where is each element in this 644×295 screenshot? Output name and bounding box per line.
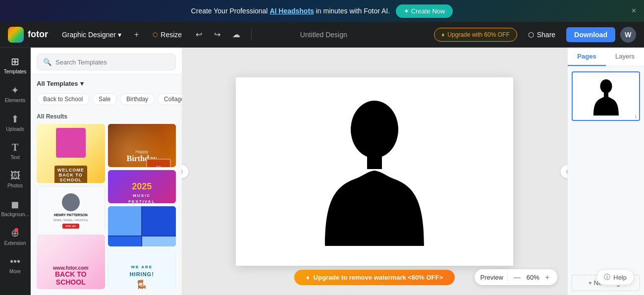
search-input[interactable] (55, 59, 169, 66)
top-banner: Create Your Professional AI Headshots in… (0, 0, 644, 22)
person-silhouette (320, 92, 429, 251)
avatar[interactable]: W (620, 27, 636, 43)
banner-create-button[interactable]: ✦ Create Now (396, 4, 453, 18)
undo-button[interactable]: ↩ (193, 27, 205, 42)
toolbar-divider (251, 29, 252, 41)
sidebar-label-uploads: Uploads (6, 126, 24, 132)
templates-grid: WELCOMEBACK TOSCHOOL ♡ HENRY PATTERSON W… (31, 122, 182, 295)
template-back-to-school-yellow[interactable]: WELCOMEBACK TOSCHOOL ♡ (37, 124, 105, 183)
sidebar-item-templates[interactable]: ⊞ Templates (2, 52, 29, 78)
tab-layers[interactable]: Layers (606, 48, 644, 66)
heart-button-3[interactable]: ♡ (91, 188, 103, 200)
tag-birthday[interactable]: Birthday (120, 93, 155, 105)
all-templates-dropdown[interactable]: All Templates ▾ (37, 80, 84, 87)
sidebar-item-extension[interactable]: ⊕ Extension (2, 223, 29, 250)
help-circle-icon: ⓘ (604, 273, 610, 282)
uploads-icon: ⬆ (11, 113, 19, 125)
template-linkedin[interactable]: HENRY PATTERSON WORK / TRAVEL / LIFESTYL… (37, 186, 105, 232)
cloud-save-button[interactable]: ☁ (229, 27, 243, 42)
designer-label: Graphic Designer (62, 31, 116, 39)
template-back-to-school-pink[interactable]: www.fotor.com BACK TOSCHOOL ♡ (37, 235, 105, 289)
design-title: Untitled Design (300, 31, 347, 39)
canvas-area: ‹ ♦ Upgrade to remove watermark <60% OFF… (182, 48, 567, 295)
templates-icon: ⊞ (11, 56, 19, 67)
page-1-thumbnail[interactable]: 1 (572, 71, 640, 121)
templates-col-2: Happy Birthday 👩‍❤️‍👨 ♡ 2025 (108, 124, 176, 289)
zoom-out-button[interactable]: — (512, 272, 523, 282)
svg-rect-1 (367, 154, 382, 169)
sidebar-item-photos[interactable]: 🖼 Photos (2, 166, 29, 192)
heart-button-7[interactable]: ♡ (162, 251, 174, 263)
templates-col-1: WELCOMEBACK TOSCHOOL ♡ HENRY PATTERSON W… (37, 124, 105, 289)
canvas[interactable] (236, 77, 513, 266)
add-button[interactable]: + (131, 27, 142, 42)
expand-panel-button[interactable]: › (560, 165, 567, 178)
pages-list: 1 (568, 66, 644, 275)
heart-button-2[interactable]: ♡ (162, 126, 174, 138)
zoom-in-button[interactable]: + (543, 272, 551, 282)
logo-text: fotor (28, 29, 48, 40)
search-box: 🔍 (37, 54, 176, 70)
designer-dropdown[interactable]: Graphic Designer ▾ (58, 29, 125, 41)
watermark-upgrade-button[interactable]: ♦ Upgrade to remove watermark <60% OFF> (294, 270, 455, 285)
banner-close-icon[interactable]: × (632, 6, 636, 15)
more-icon: ••• (10, 256, 20, 267)
music-festival-label: FESTIVAL (128, 199, 155, 204)
tag-back-to-school[interactable]: Back to School (37, 93, 89, 105)
heart-button-4[interactable]: ♡ (162, 172, 174, 184)
sidebar-item-more[interactable]: ••• More (2, 252, 29, 278)
linkedin-subtitle: WORK / TRAVEL / LIFESTYLE (54, 219, 88, 222)
templates-panel: 🔍 All Templates ▾ Back to School Sale Bi… (31, 48, 182, 295)
upgrade-button[interactable]: ♦ Upgrade with 60% OFF (434, 28, 517, 42)
sidebar-item-background[interactable]: ◼ Backgroun... (2, 194, 29, 221)
sidebar-label-photos: Photos (7, 183, 23, 188)
tab-pages[interactable]: Pages (568, 48, 606, 66)
fotor-logo[interactable]: fotor (8, 27, 48, 43)
controls-divider (507, 273, 508, 281)
toolbar: fotor Graphic Designer ▾ + ⬡ Resize ↩ ↪ … (0, 22, 644, 48)
svg-point-2 (600, 79, 612, 93)
heart-button-1[interactable]: ♡ (91, 126, 103, 138)
preview-button[interactable]: Preview (481, 274, 503, 281)
logo-icon (8, 27, 24, 43)
dropdown-arrow-icon: ▾ (80, 80, 84, 87)
all-templates-row: All Templates ▾ (31, 75, 182, 91)
search-icon: 🔍 (43, 58, 52, 66)
sidebar-item-uploads[interactable]: ⬆ Uploads (2, 109, 29, 136)
hiring-chair-icon: 🪑 (134, 279, 149, 289)
text-icon: T (12, 142, 18, 153)
heart-button-6[interactable]: ♡ (162, 208, 174, 220)
template-birthday[interactable]: Happy Birthday 👩‍❤️‍👨 ♡ (108, 124, 176, 167)
sidebar-item-text[interactable]: T Text (2, 138, 29, 164)
right-tabs: Pages Layers (568, 48, 644, 66)
resize-button[interactable]: ⬡ Resize (148, 28, 187, 42)
linkedin-name: HENRY PATTERSON (54, 213, 88, 217)
elements-icon: ✦ (11, 84, 19, 96)
download-button[interactable]: Download (566, 27, 615, 42)
heart-button-5[interactable]: ♡ (91, 236, 103, 248)
zoom-level: 60% (527, 274, 539, 281)
music-year: 2025 (132, 181, 152, 192)
sidebar-item-elements[interactable]: ✦ Elements (2, 80, 29, 107)
upgrade-icon: ♦ (441, 31, 444, 38)
tag-collage[interactable]: Collage (158, 93, 182, 105)
help-button[interactable]: ⓘ Help (596, 269, 634, 285)
sidebar-label-elements: Elements (5, 98, 26, 103)
main-layout: ⊞ Templates ✦ Elements ⬆ Uploads T Text … (0, 48, 644, 295)
chevron-down-icon: ▾ (118, 31, 121, 39)
tag-sale[interactable]: Sale (92, 93, 117, 105)
template-hiring[interactable]: WE ARE HIRING! 🪑 ♡ (108, 249, 176, 289)
linkedin-avatar (62, 193, 80, 211)
sidebar-icons: ⊞ Templates ✦ Elements ⬆ Uploads T Text … (0, 48, 31, 295)
template-travel[interactable]: MY BEST TRAVEL MEMORIES ♡ (108, 206, 176, 246)
redo-button[interactable]: ↪ (211, 27, 223, 42)
template-music-festival[interactable]: 2025 MUSIC FESTIVAL ★ ★ ★ ★ ★ ♡ (108, 170, 176, 203)
sidebar-label-more: More (9, 269, 21, 274)
photos-icon: 🖼 (10, 170, 20, 181)
share-button[interactable]: ⬡ Share (522, 28, 561, 42)
all-results-label: All Results (31, 109, 182, 122)
toolbar-right: ♦ Upgrade with 60% OFF ⬡ Share Download … (434, 27, 636, 43)
sidebar-label-extension: Extension (4, 240, 26, 246)
tags-row: Back to School Sale Birthday Collage › (31, 91, 182, 109)
collapse-panel-button[interactable]: ‹ (182, 165, 189, 178)
